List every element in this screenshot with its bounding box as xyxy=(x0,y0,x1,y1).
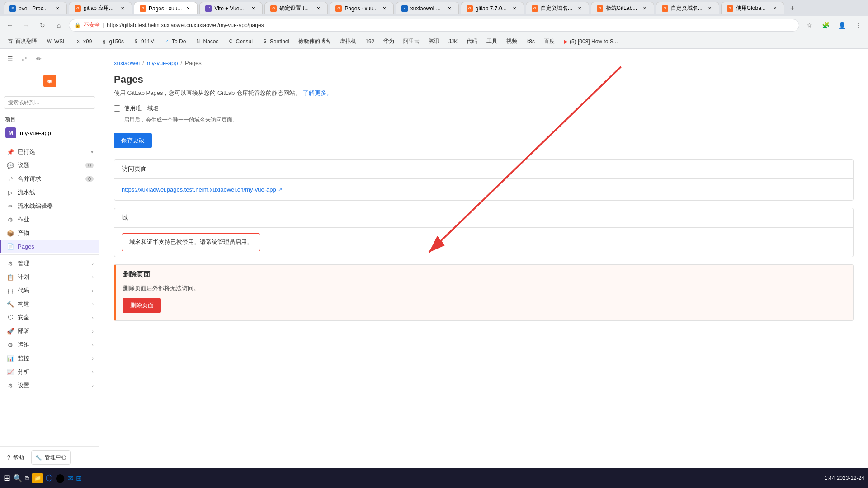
sidebar-toggle-button[interactable]: ☰ xyxy=(4,52,16,65)
sidebar-item-build[interactable]: 🔨 构建 › xyxy=(0,297,99,311)
tab-pages2[interactable]: G Pages · xuu... ✕ xyxy=(330,2,393,14)
bookmark-911m[interactable]: 9 911M xyxy=(129,38,158,46)
sidebar-item-monitor[interactable]: 📊 监控 › xyxy=(0,352,99,365)
windows-mail-button[interactable]: ✉ xyxy=(67,474,73,483)
windows-chrome-button[interactable]: ⬤ xyxy=(56,473,65,483)
sidebar-item-pages[interactable]: 📄 Pages xyxy=(0,240,99,253)
bookmark-tools[interactable]: 工具 xyxy=(483,37,501,46)
tab-close[interactable]: ✕ xyxy=(771,5,778,12)
bookmark-video-tutorial[interactable]: ▶ (5) [008] How to S... xyxy=(560,38,622,46)
new-tab-button[interactable]: + xyxy=(786,2,799,14)
tab-close[interactable]: ✕ xyxy=(511,5,518,12)
bookmark-x99[interactable]: x x99 xyxy=(71,38,95,46)
bookmark-nacos[interactable]: N Nacos xyxy=(191,38,222,46)
profile-button[interactable]: 👤 xyxy=(835,19,848,32)
sidebar-item-deploy[interactable]: 🚀 部署 › xyxy=(0,324,99,338)
star-button[interactable]: ☆ xyxy=(803,19,816,32)
tab-jipin[interactable]: G 极筑GitLab... ✕ xyxy=(591,2,654,14)
url-bar[interactable]: 🔒 不安全 | https://gitlab.test.helm.xuxiaow… xyxy=(69,19,799,32)
home-button[interactable]: ⌂ xyxy=(52,19,65,32)
sidebar-item-ops[interactable]: ⚙ 运维 › xyxy=(0,338,99,352)
tab-close[interactable]: ✕ xyxy=(315,5,322,12)
bookmark-baidu-translate[interactable]: 百 百度翻译 xyxy=(4,37,41,46)
bookmark-aliyun[interactable]: 阿里云 xyxy=(400,37,423,46)
tab-xuxiaowei[interactable]: x xuxiaowei-... ✕ xyxy=(396,2,459,14)
learn-more-link[interactable]: 了解更多。 xyxy=(303,89,332,96)
bookmark-todo[interactable]: ✓ To Do xyxy=(160,38,189,46)
windows-start-button[interactable]: ⊞ xyxy=(4,473,10,483)
bookmark-xuxiaowei-blog[interactable]: 徐晓伟的博客 xyxy=(295,37,335,46)
bookmark-code[interactable]: 代码 xyxy=(463,37,481,46)
extensions-button[interactable]: 🧩 xyxy=(819,19,832,32)
windows-search-button[interactable]: 🔍 xyxy=(13,474,22,483)
windows-task-view-button[interactable]: ⧉ xyxy=(25,474,29,482)
tab-vite[interactable]: V Vite + Vue... ✕ xyxy=(199,2,263,14)
bookmark-sentinel[interactable]: S Sentinel xyxy=(258,38,293,46)
sidebar-item-pipeline[interactable]: ▷ 流水线 xyxy=(0,186,99,199)
tab-custom2[interactable]: G 自定义域名... ✕ xyxy=(656,2,719,14)
tab-close[interactable]: ✕ xyxy=(250,5,257,12)
bookmark-k8s[interactable]: k8s xyxy=(523,38,538,46)
sidebar-project[interactable]: M my-vue-app xyxy=(0,125,99,141)
tab-close[interactable]: ✕ xyxy=(54,5,61,12)
sidebar-item-plan[interactable]: 📋 计划 › xyxy=(0,270,99,284)
bookmark-baidu[interactable]: 百度 xyxy=(540,37,558,46)
sidebar-item-analytics[interactable]: 📈 分析 › xyxy=(0,365,99,379)
tab-custom1[interactable]: G 自定义域名... ✕ xyxy=(526,2,589,14)
tab-close[interactable]: ✕ xyxy=(706,5,713,12)
bookmark-tencent[interactable]: 腾讯 xyxy=(425,37,443,46)
sidebar-item-artifacts[interactable]: 📦 产物 xyxy=(0,226,99,240)
tab-close[interactable]: ✕ xyxy=(641,5,648,12)
bookmark-vm[interactable]: 虚拟机 xyxy=(336,37,360,46)
forward-button[interactable]: → xyxy=(20,19,33,32)
delete-pages-button[interactable]: 删除页面 xyxy=(123,298,161,313)
help-button[interactable]: ? 帮助 xyxy=(4,451,28,464)
tab-close[interactable]: ✕ xyxy=(576,5,583,12)
breadcrumb-my-vue-app[interactable]: my-vue-app xyxy=(147,60,178,66)
sidebar-item-merge-requests[interactable]: ⇄ 合并请求 0 xyxy=(0,172,99,186)
breadcrumb-xuxiaowei[interactable]: xuxiaowei xyxy=(114,60,140,66)
unique-domain-label[interactable]: 使用唯一域名 xyxy=(124,104,159,113)
visit-page-link[interactable]: https://xuxiaowei.pages.test.helm.xuxiao… xyxy=(122,186,846,193)
tab-close[interactable]: ✕ xyxy=(119,5,126,12)
windows-store-button[interactable]: ⊞ xyxy=(76,474,82,483)
sidebar-search[interactable] xyxy=(0,93,99,113)
tab-gitlab770[interactable]: G gitlab 7.7.0... ✕ xyxy=(461,2,524,14)
bookmark-g150s[interactable]: g g150s xyxy=(97,38,127,46)
sidebar-edit-button[interactable]: ✏ xyxy=(33,52,45,65)
tab-close[interactable]: ✕ xyxy=(184,5,192,12)
bookmark-consul[interactable]: C Consul xyxy=(224,38,256,46)
bookmark-icon: S xyxy=(262,38,268,45)
search-input[interactable] xyxy=(4,96,95,109)
sidebar-item-pipeline-editor[interactable]: ✏ 流水线编辑器 xyxy=(0,199,99,213)
tab-global[interactable]: G 使用Globa... ✕ xyxy=(721,2,784,14)
unique-domain-checkbox[interactable] xyxy=(114,105,120,112)
bookmark-huawei[interactable]: 华为 xyxy=(380,37,398,46)
tab-gitlab-app[interactable]: G gitlab 应用... ✕ xyxy=(69,2,132,14)
windows-edge-button[interactable]: ⬡ xyxy=(46,473,53,483)
tab-settings[interactable]: G 确定设置·t... ✕ xyxy=(264,2,328,14)
tab-close[interactable]: ✕ xyxy=(446,5,453,12)
sidebar-merge-request-button[interactable]: ⇄ xyxy=(18,52,31,65)
save-changes-button[interactable]: 保存更改 xyxy=(114,133,152,148)
sidebar-item-manage[interactable]: ⚙ 管理 › xyxy=(0,257,99,270)
sidebar-item-jobs[interactable]: ⚙ 作业 xyxy=(0,213,99,226)
sidebar-item-issues[interactable]: 💬 议题 0 xyxy=(0,159,99,172)
admin-center-button[interactable]: 🔧 管理中心 xyxy=(31,450,71,465)
gitlab-logo[interactable] xyxy=(43,75,56,87)
back-button[interactable]: ← xyxy=(4,19,16,32)
tab-close[interactable]: ✕ xyxy=(381,5,388,12)
bookmark-jjk[interactable]: JJK xyxy=(445,38,461,46)
refresh-button[interactable]: ↻ xyxy=(36,19,49,32)
windows-file-explorer-button[interactable]: 📁 xyxy=(32,473,43,483)
menu-button[interactable]: ⋮ xyxy=(852,19,864,32)
bookmark-video[interactable]: 视频 xyxy=(503,37,521,46)
bookmark-wsl[interactable]: W WSL xyxy=(42,38,70,46)
tab-pve[interactable]: P pve - Prox... ✕ xyxy=(4,2,67,14)
sidebar-item-settings[interactable]: ⚙ 设置 › xyxy=(0,379,99,392)
tab-pages-active[interactable]: G Pages · xuu... ✕ xyxy=(134,2,198,14)
sidebar-item-code[interactable]: { } 代码 › xyxy=(0,284,99,297)
bookmark-192[interactable]: 192 xyxy=(362,38,378,46)
sidebar-item-security[interactable]: 🛡 安全 › xyxy=(0,311,99,324)
sidebar-item-pinned[interactable]: 📌 已打选 ▾ xyxy=(0,145,99,159)
